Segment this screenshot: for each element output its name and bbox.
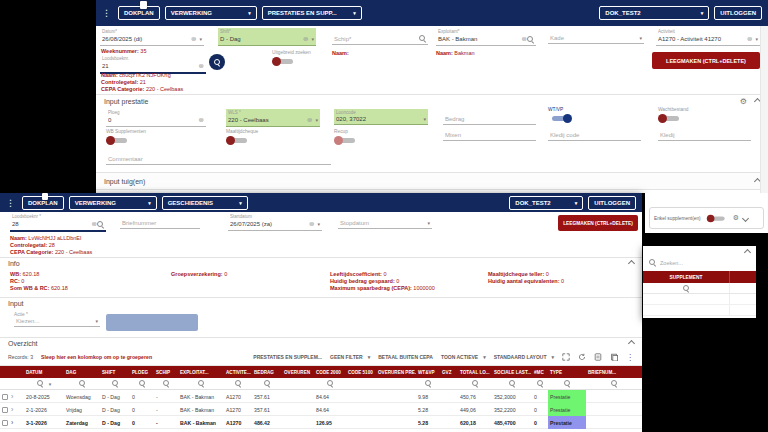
filter-search-icon[interactable] [163, 380, 170, 387]
column-header[interactable]: EXPLOITAT... [178, 370, 224, 375]
input-header[interactable]: Input [0, 297, 642, 309]
filter-select[interactable]: GEEN FILTER▾ [330, 354, 370, 360]
column-header[interactable]: SHIFT [100, 370, 130, 375]
column-header[interactable]: GVZ [440, 370, 458, 375]
enkel-supplement-toggle[interactable] [706, 214, 726, 222]
filter-search-icon[interactable] [79, 380, 86, 387]
clear-icon[interactable]: ⊗ [303, 35, 308, 43]
filter-search-icon[interactable] [264, 380, 271, 387]
column-header[interactable]: DATUM [24, 370, 64, 375]
chevron-down-icon[interactable]: ▾ [423, 116, 426, 122]
briefnummer-field[interactable]: Briefnummer [120, 213, 200, 229]
filter-search-icon[interactable] [472, 380, 479, 387]
column-header[interactable]: CODE 2000 [314, 370, 346, 375]
scrollbar[interactable] [760, 26, 768, 193]
bedrag-field[interactable]: Bedrag [443, 109, 536, 125]
chevron-down-icon[interactable]: ▾ [639, 35, 642, 41]
filter-search-icon[interactable] [425, 380, 432, 387]
chevron-down-icon[interactable]: ▾ [427, 220, 430, 226]
toon-actieve-select[interactable]: TOON ACTIEVE▾ [441, 354, 486, 360]
column-header[interactable]: SCHIP [154, 370, 178, 375]
gear-icon[interactable]: ⚙ [733, 214, 739, 222]
nav-prestaties-select[interactable]: PRESTATIES EN SUPP...▾ [262, 6, 362, 20]
column-header[interactable]: ACTIVITE... [224, 370, 252, 375]
column-header[interactable]: BEDRAG [252, 370, 282, 375]
nav-verwerking-select[interactable]: VERWERKING▾ [165, 6, 257, 20]
exploitant-field[interactable]: Exploitant* BAK - Bakman⊗ [436, 28, 536, 46]
kade-field[interactable]: Kade▾ [548, 28, 644, 44]
looncode-field[interactable]: Looncode 020, 37022▾ [334, 109, 428, 125]
column-header[interactable]: #MC [532, 370, 548, 375]
row-expand-icon[interactable]: › [11, 419, 13, 426]
clear-icon[interactable]: ⊗ [747, 35, 752, 43]
wb-supplementen-toggle[interactable] [106, 136, 130, 145]
info-header[interactable]: Info [0, 257, 642, 269]
column-header[interactable]: TOTAAL LO... [458, 370, 492, 375]
search-icon[interactable] [97, 221, 104, 228]
leegmaken-button[interactable]: LEEGMAKEN (CTRL+DELETE) [652, 52, 760, 69]
filter-search-icon[interactable] [198, 380, 205, 387]
prestaties-supplementen-button[interactable]: PRESTATIES EN SUPPLEM... [253, 354, 322, 360]
row-checkbox[interactable] [2, 394, 8, 400]
filter-search-icon[interactable] [564, 380, 571, 387]
column-header[interactable]: OVERUREN [282, 370, 314, 375]
column-header[interactable]: WT&VP [416, 370, 440, 375]
input-tuigen-header[interactable]: Input tuig(en) [96, 172, 768, 190]
search-icon[interactable] [527, 36, 534, 43]
supplement-search[interactable]: Zoeken... [649, 259, 750, 266]
column-header[interactable]: OVERUREN PRE... [376, 370, 416, 375]
user-select[interactable]: DOK_TEST2▾ [509, 196, 583, 210]
chevron-down-icon[interactable] [742, 214, 749, 221]
chevron-up-icon[interactable] [628, 340, 635, 347]
row-checkbox[interactable] [2, 407, 8, 413]
row-expand-icon[interactable]: › [11, 406, 13, 413]
table-row[interactable]: › 3-1-2026 Zaterdag D - Dag 0 - BAK - Ba… [0, 416, 642, 429]
chevron-up-icon[interactable] [744, 249, 751, 256]
startdatum-field[interactable]: Startdatum 26/07/2025 (za)⊗▾ [228, 213, 322, 231]
input-prestatie-header[interactable]: Input prestatie ⚙ [96, 94, 768, 108]
recup-toggle[interactable] [334, 136, 358, 145]
export-excel-icon[interactable] [594, 353, 602, 361]
logout-button[interactable]: UITLOGGEN [588, 196, 636, 210]
maaltijdcheque-toggle[interactable] [226, 136, 250, 145]
chevron-up-icon[interactable] [628, 260, 635, 267]
filter-search-icon[interactable] [37, 380, 44, 387]
actie-select[interactable]: Kiezen...▾ [14, 318, 100, 327]
menu-kebab-icon[interactable]: ⋮ [6, 198, 15, 208]
filter-search-icon[interactable] [235, 380, 242, 387]
column-header[interactable]: SOCIALE LAST... [492, 370, 532, 375]
search-icon[interactable] [419, 35, 426, 42]
mixen-field[interactable]: Mixen [443, 132, 536, 141]
chevron-down-icon[interactable]: ▾ [755, 36, 758, 42]
uitgebreid-zoeken-toggle[interactable] [272, 57, 296, 66]
clear-icon[interactable]: ⊗ [307, 116, 312, 124]
supplement-column-header[interactable]: SUPPLEMENT [643, 271, 730, 283]
filter-search-icon[interactable] [683, 285, 690, 292]
table-menu-kebab-icon[interactable]: ⋮ [626, 353, 634, 362]
clear-icon[interactable]: ⊗ [199, 116, 204, 124]
nav-verwerking-select[interactable]: VERWERKING▾ [69, 196, 157, 210]
column-header[interactable]: CODE 5100 [346, 370, 376, 375]
column-header[interactable]: BRIEFNUM... [586, 370, 642, 375]
loodsboek-field[interactable]: Loodsboeknr * 28⊗ [10, 213, 106, 232]
column-header[interactable]: PLOEG [130, 370, 154, 375]
filter-search-icon[interactable] [611, 380, 618, 387]
datum-field[interactable]: Datum* 26/08/2025 (di)⊗▾ [100, 28, 204, 46]
kledij-field[interactable]: Kledij [658, 132, 751, 141]
clear-icon[interactable]: ⊗ [309, 220, 314, 228]
activiteit-field[interactable]: Activiteit A1270 - Activiteit 41270⊗▾ [656, 28, 760, 46]
wachtbestand-toggle[interactable] [658, 114, 682, 123]
wls-field[interactable]: WLS * 220 - Ceelbaas⊗▾ [226, 109, 320, 127]
wtvp-toggle[interactable] [548, 114, 572, 123]
betaal-buiten-cepa-button[interactable]: BETAAL BUITEN CEPA [378, 354, 433, 360]
table-row[interactable]: › 20-8-2025 Woensdag D - Dag 0 - BAK - B… [0, 390, 642, 403]
filter-search-icon[interactable] [139, 380, 146, 387]
chevron-down-icon[interactable]: ▾ [317, 221, 320, 227]
user-select[interactable]: DOK_TEST2▾ [599, 6, 709, 20]
nav-geschiedenis-select[interactable]: GESCHIEDENIS▾ [162, 196, 248, 210]
fullscreen-icon[interactable] [562, 353, 570, 361]
commentaar-field[interactable]: Commentaar [106, 152, 331, 165]
clear-icon[interactable]: ⊗ [199, 62, 204, 70]
column-header[interactable]: DAG [64, 370, 100, 375]
clear-icon[interactable]: ⊗ [191, 35, 196, 43]
